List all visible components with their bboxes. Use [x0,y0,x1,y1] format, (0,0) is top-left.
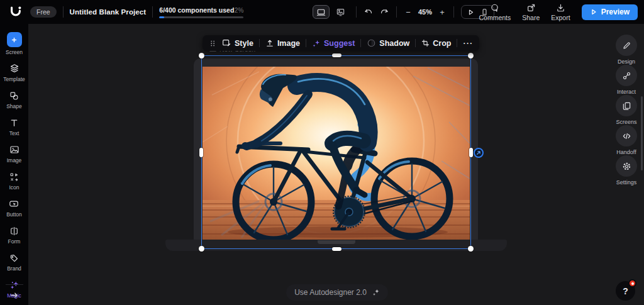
comment-bubble-icon [490,3,499,13]
pencil-icon [622,41,631,50]
selection-toolbar: Style Image Suggest Shadow Crop ··· [203,35,479,51]
resize-handle-n[interactable] [332,53,341,57]
sidebar-item-button[interactable]: Button [6,198,22,218]
sidebar-label: Screen [6,49,23,55]
suggest-sparkle-icon [312,39,321,48]
suggest-button[interactable]: Suggest [312,39,355,48]
image-icon [9,145,19,155]
preview-button[interactable]: Preview [582,4,638,20]
drag-handle-icon[interactable] [209,39,216,48]
shapes-icon [9,91,19,101]
device-desktop-button[interactable] [313,5,330,19]
sidebar-item-image[interactable]: Image [7,144,22,164]
image-upload-button[interactable]: Image [265,39,300,48]
suggest-label: Suggest [324,39,355,48]
zoom-level[interactable]: 45% [418,8,432,16]
cyclist-image[interactable] [203,67,470,240]
divider [306,39,306,47]
sidebar-item-text[interactable]: Text [9,117,19,136]
comments-label: Comments [479,14,511,21]
sidebar-item-form[interactable]: Form [8,225,21,245]
crop-icon [421,39,430,47]
components-progressbar [159,16,243,18]
left-sidebar: Screen Template Shape Text Image Icon Bu… [0,24,28,305]
components-progress-fill [159,16,164,18]
comments-button[interactable]: Comments [479,3,511,21]
sidebar-item-screen[interactable]: Screen [6,32,23,55]
screens-stack-icon [622,101,631,111]
components-percent: 2% [235,7,243,14]
components-used-text: 6/400 components used [159,6,234,14]
divider [457,39,457,47]
undo-icon[interactable] [364,8,373,17]
rail-settings-button[interactable]: Settings [608,155,644,186]
collapse-arrow-icon[interactable] [9,291,19,300]
components-usage: 6/400 components used 2% [159,6,243,18]
style-icon [222,38,231,48]
style-label: Style [235,39,253,48]
sidebar-item-template[interactable]: Template [3,63,25,82]
sidebar-label: Brand [7,265,21,272]
rail-label: Screens [616,119,636,125]
layers-icon [9,64,19,74]
redo-icon[interactable] [380,8,389,17]
arrow-icon [476,150,481,155]
style-button[interactable]: Style [222,38,253,48]
sidebar-label: Shape [6,103,22,109]
shadow-toggle-icon [367,38,376,48]
divider [415,39,416,47]
rail-label: Settings [616,179,637,186]
export-label: Export [551,14,570,21]
rail-design-button[interactable]: Design [608,35,644,65]
sidebar-label: Image [7,157,22,164]
rail-label: Interact [617,89,636,95]
divider [396,6,397,18]
play-preview-icon[interactable] [467,8,475,16]
laptop-trackpad [318,240,355,244]
device-mockup-button[interactable] [332,5,349,19]
divider [6,284,23,285]
topbar: Free Untitled Blank Project 6/400 compon… [0,0,644,24]
zoom-in-button[interactable]: + [438,8,447,17]
sparkles-icon [372,289,380,296]
plan-badge[interactable]: Free [30,6,57,18]
uizard-logo-icon[interactable] [8,4,24,20]
crop-label: Crop [433,39,451,48]
zoom-out-button[interactable]: − [404,8,413,17]
image-label: Image [277,39,300,48]
export-button[interactable]: Export [551,3,570,21]
divider [152,6,153,18]
device-toggle-group [313,5,349,19]
rail-handoff-button[interactable]: Handoff [608,125,644,155]
help-button[interactable]: ? [616,281,635,301]
share-icon [526,3,536,13]
share-button[interactable]: Share [522,3,540,21]
sidebar-bottom [0,284,28,300]
rail-label: Handoff [616,149,636,155]
crop-button[interactable]: Crop [421,39,451,48]
shadow-label: Shadow [379,39,409,48]
shadow-toggle[interactable]: Shadow [367,38,409,48]
text-icon [9,118,19,128]
preview-label: Preview [601,8,630,16]
resize-handle-ne[interactable] [468,53,474,58]
more-options-button[interactable]: ··· [463,38,473,48]
autodesigner-label: Use Autodesigner 2.0 [294,288,367,297]
autodesigner-button[interactable]: Use Autodesigner 2.0 [286,284,388,301]
icon-set-icon [9,172,19,182]
divider [259,39,260,47]
rail-scrollbar[interactable] [641,96,643,170]
resize-handle-nw[interactable] [199,53,204,58]
sidebar-item-shape[interactable]: Shape [6,90,22,109]
laptop-base[interactable] [165,240,507,251]
rail-screens-button[interactable]: Screens [608,95,644,125]
project-title[interactable]: Untitled Blank Project [70,8,147,16]
sidebar-item-icon[interactable]: Icon [9,171,19,191]
rail-interact-button[interactable]: Interact [608,65,644,95]
sidebar-label: Form [8,238,21,245]
add-screen-tile[interactable] [7,32,22,47]
sidebar-item-brand[interactable]: Brand [7,252,21,272]
gear-icon [622,162,631,171]
divider [453,6,454,18]
selection-action-badge[interactable] [474,148,484,158]
